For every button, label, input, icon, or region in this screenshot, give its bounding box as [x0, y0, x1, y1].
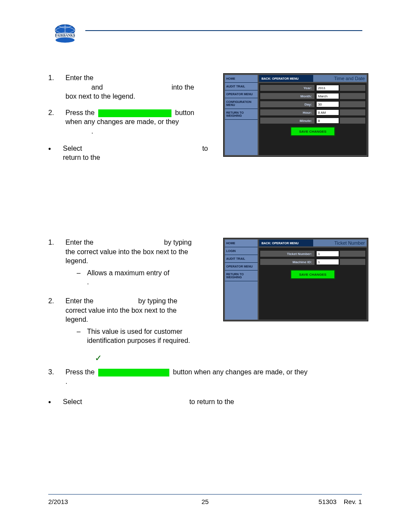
s2-step3: 3. Press the button when any changes are…: [48, 367, 350, 386]
shot1-sidebar: HOME AUDIT TRAIL OPERATOR MENU CONFIGURA…: [225, 75, 258, 155]
save-changes-highlight-2: [98, 369, 169, 376]
minute-input[interactable]: 8: [316, 118, 339, 124]
shot2-back-button[interactable]: BACK: OPERATOR MENU: [259, 240, 318, 246]
month-input[interactable]: March: [316, 93, 339, 99]
footer-date: 2/2013: [48, 498, 68, 505]
shot1-save-button[interactable]: SAVE CHANGES: [290, 127, 335, 136]
shot2-side-return[interactable]: RETURN TO WEIGHING: [225, 271, 258, 281]
ticket-number-input[interactable]: 1: [316, 251, 339, 257]
shot2-title: Ticket Number: [313, 240, 367, 246]
year-label: Year:: [260, 85, 314, 91]
shot1-side-home[interactable]: HOME: [225, 75, 258, 83]
shot1-side-return[interactable]: RETURN TO WEIGHING: [225, 109, 258, 120]
month-label: Month:: [260, 93, 314, 99]
svg-text:FAIRBANKS: FAIRBANKS: [55, 34, 75, 37]
time-date-screenshot: HOME AUDIT TRAIL OPERATOR MENU CONFIGURA…: [223, 73, 368, 157]
machine-id-label: Machine ID:: [260, 259, 314, 265]
shot2-save-button[interactable]: SAVE CHANGES: [290, 270, 335, 279]
fairbanks-logo: FAIRBANKS: [53, 22, 78, 44]
s1-bullet: • Select to return to the: [48, 144, 216, 162]
machine-id-input[interactable]: 1: [316, 259, 339, 265]
s2-step2: 2. Enter the by typing the correct value…: [48, 296, 216, 364]
hour-label: Hour:: [260, 109, 314, 115]
shot2-side-login[interactable]: LOGIN: [225, 247, 258, 255]
save-changes-highlight: [98, 109, 171, 117]
hour-input[interactable]: 8 AM: [316, 109, 339, 115]
shot2-sidebar: HOME LOGIN AUDIT TRAIL OPERATOR MENU RET…: [225, 240, 258, 320]
shot1-side-operator[interactable]: OPERATOR MENU: [225, 90, 258, 98]
s2-step1: 1. Enter the by typing the correct value…: [48, 238, 216, 289]
minute-label: Minute:: [260, 118, 314, 124]
shot1-back-button[interactable]: BACK: OPERATOR MENU: [259, 75, 318, 82]
shot1-title: Time and Date: [313, 75, 367, 82]
footer-rule: [48, 494, 362, 495]
shot2-side-audit[interactable]: AUDIT TRAIL: [225, 255, 258, 263]
ticket-number-label: Ticket Number:: [260, 251, 314, 257]
shot1-side-audit[interactable]: AUDIT TRAIL: [225, 83, 258, 90]
s2-bullet: • Select to return to the: [48, 397, 350, 408]
check-icon: ✓: [95, 352, 216, 364]
s1-step1: 1. Enter the and into the box next to th…: [48, 73, 216, 101]
day-label: Day:: [260, 101, 314, 107]
shot1-side-config[interactable]: CONFIGURATION MENU: [225, 98, 258, 109]
ticket-number-screenshot: HOME LOGIN AUDIT TRAIL OPERATOR MENU RET…: [223, 238, 368, 321]
shot2-side-operator[interactable]: OPERATOR MENU: [225, 263, 258, 271]
day-input[interactable]: 30: [316, 101, 339, 107]
year-input[interactable]: 2011: [316, 85, 339, 91]
footer-rev: Rev. 1: [344, 498, 362, 505]
footer-page: 25: [202, 498, 209, 505]
shot2-side-home[interactable]: HOME: [225, 240, 258, 247]
page-footer: 2/2013 25 51303 Rev. 1: [48, 498, 362, 505]
header-rule: [85, 30, 362, 31]
svg-point-3: [56, 37, 75, 43]
s1-step2: 2. Press the button when any changes are…: [48, 108, 216, 136]
footer-docnum: 51303: [318, 498, 336, 505]
